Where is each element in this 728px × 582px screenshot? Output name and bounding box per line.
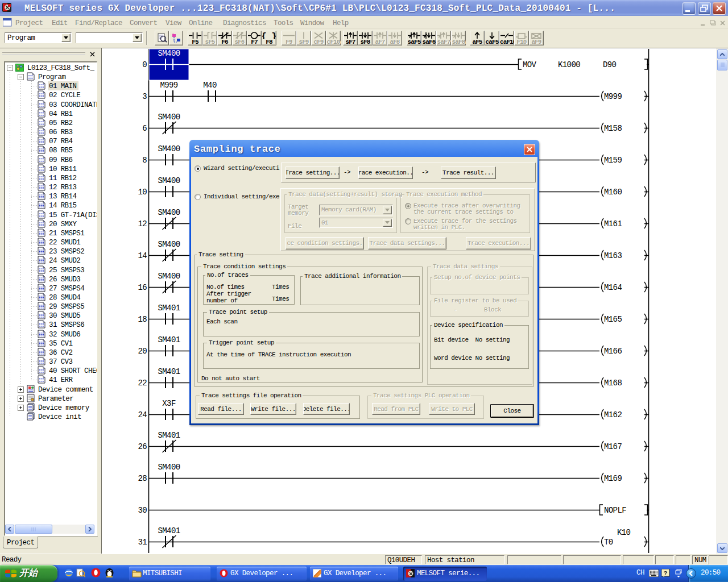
svg-text:SM400: SM400 xyxy=(158,463,180,472)
svg-text:30: 30 xyxy=(138,506,147,515)
svg-text:M166: M166 xyxy=(604,347,622,356)
svg-text:K10: K10 xyxy=(617,528,631,537)
svg-text:M40: M40 xyxy=(203,81,217,90)
svg-text:14: 14 xyxy=(138,251,147,260)
svg-text:3: 3 xyxy=(142,92,147,101)
svg-text:M161: M161 xyxy=(604,219,622,228)
svg-text:SM400: SM400 xyxy=(158,272,180,281)
svg-text:16: 16 xyxy=(138,283,147,292)
svg-text:K1000: K1000 xyxy=(558,60,580,69)
svg-text:M169: M169 xyxy=(604,474,622,483)
svg-text:D90: D90 xyxy=(603,60,617,69)
svg-text:SM400: SM400 xyxy=(158,113,180,122)
svg-text:26: 26 xyxy=(138,442,147,451)
svg-text:10: 10 xyxy=(138,188,147,197)
svg-text:M165: M165 xyxy=(604,315,622,324)
svg-text:24: 24 xyxy=(138,410,147,419)
svg-text:M999: M999 xyxy=(160,81,177,90)
svg-text:20: 20 xyxy=(138,347,147,356)
svg-text:22: 22 xyxy=(138,379,147,388)
svg-text:M164: M164 xyxy=(604,283,622,292)
svg-text:SM400: SM400 xyxy=(158,240,180,249)
svg-text:M160: M160 xyxy=(604,188,622,197)
svg-text:SM401: SM401 xyxy=(158,304,180,313)
svg-text:M999: M999 xyxy=(604,92,622,101)
svg-text:SM401: SM401 xyxy=(158,335,180,344)
svg-text:SM401: SM401 xyxy=(158,367,180,376)
svg-text:12: 12 xyxy=(138,219,147,228)
svg-text:8: 8 xyxy=(142,156,147,165)
svg-text:M167: M167 xyxy=(604,442,622,451)
svg-text:28: 28 xyxy=(138,474,147,483)
svg-text:M162: M162 xyxy=(604,410,622,419)
svg-text:SM400: SM400 xyxy=(158,49,180,58)
svg-text:18: 18 xyxy=(138,315,147,324)
svg-text:?: ? xyxy=(664,570,668,577)
svg-text:M163: M163 xyxy=(604,251,622,260)
svg-text:MOV: MOV xyxy=(523,60,537,69)
svg-text:X3F: X3F xyxy=(162,399,176,408)
svg-text:31: 31 xyxy=(138,538,147,547)
svg-text:SM400: SM400 xyxy=(158,144,180,153)
svg-text:SM400: SM400 xyxy=(158,176,180,185)
svg-text:M168: M168 xyxy=(604,379,622,388)
svg-text:SM400: SM400 xyxy=(158,208,180,217)
svg-text:6: 6 xyxy=(142,124,147,133)
svg-text:M159: M159 xyxy=(604,156,622,165)
svg-text:T0: T0 xyxy=(604,538,613,547)
svg-text:NOPLF: NOPLF xyxy=(604,506,626,515)
svg-text:SM401: SM401 xyxy=(158,526,180,535)
svg-text:SM401: SM401 xyxy=(158,431,180,440)
svg-text:0: 0 xyxy=(142,60,147,69)
svg-text:M158: M158 xyxy=(604,124,622,133)
